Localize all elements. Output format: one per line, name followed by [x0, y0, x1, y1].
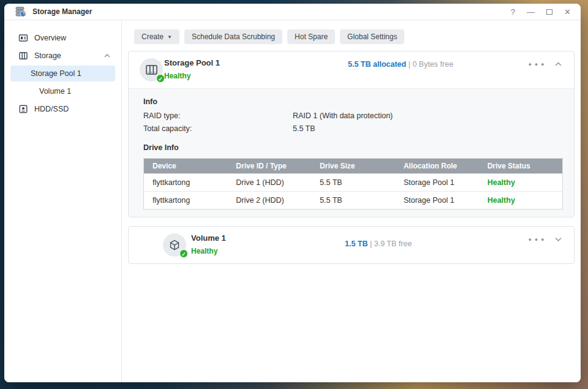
main-content: Create ▼ Schedule Data Scrubbing Hot Spa… — [122, 20, 581, 382]
window-controls: ? — ✕ — [511, 8, 571, 16]
sidebar-item-label: Volume 1 — [39, 87, 71, 96]
sidebar-item-storage-pool-1[interactable]: Storage Pool 1 — [10, 66, 115, 81]
storage-pool-status: Healthy — [164, 72, 190, 80]
collapse-chevron-up-icon[interactable] — [555, 62, 562, 66]
titlebar: Storage Manager ? — ✕ — [4, 4, 581, 20]
create-button-label: Create — [141, 32, 164, 41]
expand-chevron-down-icon[interactable] — [555, 237, 562, 241]
sidebar-item-label: HDD/SSD — [34, 105, 69, 113]
usage-divider: | — [370, 240, 372, 248]
sidebar-item-label: Overview — [34, 34, 66, 42]
dropdown-caret-icon: ▼ — [167, 34, 172, 40]
desktop-wallpaper: Storage Manager ? — ✕ — [0, 0, 588, 389]
volume-badge: ✓ — [163, 233, 186, 257]
col-device: Device — [144, 159, 228, 174]
col-drive-id-type: Drive ID / Type — [227, 159, 311, 174]
cell-size: 5.5 TB — [311, 192, 395, 210]
sidebar-item-storage[interactable]: Storage — [10, 48, 115, 64]
minimize-icon[interactable]: — — [527, 8, 535, 16]
volume-panel-header: ✓ Volume 1 Healthy 1.5 TB | 3.9 TB free — [129, 227, 574, 263]
raid-type-label: RAID type: — [143, 111, 293, 120]
storage-manager-app-icon — [15, 6, 26, 17]
volume-usage-text: 1.5 TB | 3.9 TB free — [345, 240, 412, 248]
raid-type-row: RAID type: RAID 1 (With data protection) — [143, 111, 563, 120]
cell-id-type: Drive 2 (HDD) — [227, 192, 311, 210]
sidebar-item-label: Storage — [34, 51, 61, 60]
hdd-icon — [18, 104, 28, 114]
sidebar-item-volume-1[interactable]: Volume 1 — [10, 83, 115, 99]
table-row[interactable]: flyttkartong Drive 2 (HDD) 5.5 TB Storag… — [144, 192, 563, 210]
sidebar-item-label: Storage Pool 1 — [31, 69, 81, 78]
free-value: 0 Bytes free — [412, 60, 453, 69]
total-capacity-value: 5.5 TB — [293, 124, 315, 133]
more-options-icon[interactable]: • • • — [529, 235, 545, 243]
total-capacity-label: Total capacity: — [143, 124, 293, 133]
drive-info-heading: Drive Info — [143, 143, 563, 152]
info-heading: Info — [143, 97, 563, 106]
sidebar-item-overview[interactable]: Overview — [10, 30, 115, 46]
total-capacity-row: Total capacity: 5.5 TB — [143, 124, 563, 133]
window-body: Overview Storage — [4, 20, 581, 382]
drive-table: Device Drive ID / Type Drive Size Alloca… — [143, 158, 563, 210]
close-icon[interactable]: ✕ — [564, 8, 571, 16]
sidebar-item-hdd-ssd[interactable]: HDD/SSD — [10, 101, 115, 117]
maximize-icon[interactable] — [546, 9, 552, 15]
healthy-check-icon: ✓ — [156, 74, 165, 83]
create-button[interactable]: Create ▼ — [134, 29, 179, 44]
cell-role: Storage Pool 1 — [395, 174, 479, 192]
cell-size: 5.5 TB — [311, 174, 395, 192]
drive-table-header-row: Device Drive ID / Type Drive Size Alloca… — [144, 159, 563, 174]
storage-manager-window: Storage Manager ? — ✕ — [4, 4, 581, 382]
more-options-icon[interactable]: • • • — [529, 60, 545, 68]
storage-pool-title: Storage Pool 1 — [164, 58, 220, 67]
used-value: 1.5 TB — [345, 240, 368, 248]
free-value: 3.9 TB free — [374, 240, 412, 248]
cell-id-type: Drive 1 (HDD) — [227, 174, 311, 192]
storage-pool-panel: ✓ Storage Pool 1 Healthy 5.5 TB allocate… — [128, 51, 575, 217]
volume-usage: 1.5 TB | 3.9 TB free — [345, 234, 412, 248]
chevron-up-icon[interactable] — [104, 54, 110, 58]
window-title: Storage Manager — [32, 7, 92, 16]
col-allocation-role: Allocation Role — [395, 159, 479, 174]
volume-actions: • • • — [529, 235, 562, 243]
storage-icon — [18, 51, 28, 61]
hot-spare-button[interactable]: Hot Spare — [287, 29, 335, 44]
raid-type-value: RAID 1 (With data protection) — [293, 111, 393, 120]
cell-status: Healthy — [479, 192, 563, 210]
usage-divider: | — [409, 60, 410, 69]
cell-role: Storage Pool 1 — [395, 192, 479, 210]
volume-panel: ✓ Volume 1 Healthy 1.5 TB | 3.9 TB free — [128, 226, 575, 264]
col-drive-status: Drive Status — [479, 159, 563, 174]
sidebar: Overview Storage — [4, 20, 122, 382]
schedule-data-scrubbing-button[interactable]: Schedule Data Scrubbing — [184, 29, 282, 44]
storage-pool-badge: ✓ — [140, 58, 163, 81]
cell-status: Healthy — [479, 174, 563, 192]
col-drive-size: Drive Size — [311, 159, 395, 174]
storage-pool-details: Info RAID type: RAID 1 (With data protec… — [129, 88, 574, 217]
toolbar: Create ▼ Schedule Data Scrubbing Hot Spa… — [122, 20, 581, 48]
allocated-value: 5.5 TB allocated — [348, 60, 406, 69]
volume-title: Volume 1 — [191, 233, 226, 243]
cell-device: flyttkartong — [144, 174, 228, 192]
table-row[interactable]: flyttkartong Drive 1 (HDD) 5.5 TB Storag… — [144, 174, 563, 192]
storage-pool-panel-header: ✓ Storage Pool 1 Healthy 5.5 TB allocate… — [129, 51, 574, 88]
global-settings-button[interactable]: Global Settings — [340, 29, 404, 44]
storage-pool-usage: 5.5 TB allocated | 0 Bytes free — [348, 60, 453, 69]
storage-pool-actions: • • • — [529, 60, 562, 68]
overview-icon — [18, 33, 28, 43]
volume-status: Healthy — [191, 247, 217, 255]
help-icon[interactable]: ? — [511, 8, 515, 16]
healthy-check-icon: ✓ — [179, 249, 188, 258]
cell-device: flyttkartong — [144, 192, 228, 210]
